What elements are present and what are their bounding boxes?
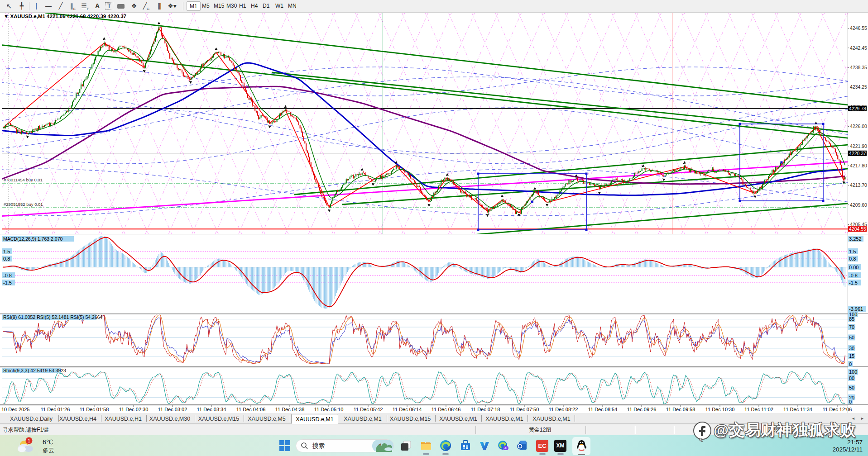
- svg-text:11 Dec 05:10: 11 Dec 05:10: [314, 407, 344, 412]
- svg-text:-1.5: -1.5: [3, 280, 12, 285]
- svg-text:1: 1: [28, 438, 30, 443]
- svg-text:0: 0: [849, 361, 852, 367]
- svg-text:11 Dec 09:26: 11 Dec 09:26: [627, 407, 657, 412]
- svg-text:11 Dec 08:54: 11 Dec 08:54: [588, 407, 618, 412]
- svg-text:0.00: 0.00: [849, 265, 858, 270]
- svg-text:4209.60: 4209.60: [850, 202, 867, 208]
- svg-text:11 Dec 04:38: 11 Dec 04:38: [275, 407, 305, 412]
- svg-text:#29051952 buy 0.01: #29051952 buy 0.01: [4, 202, 43, 207]
- svg-text:4234.25: 4234.25: [850, 84, 867, 90]
- svg-text:1.5: 1.5: [3, 249, 10, 254]
- svg-text:4217.80: 4217.80: [850, 163, 867, 168]
- svg-text:11 Dec 09:58: 11 Dec 09:58: [666, 407, 695, 412]
- svg-text:4226.00: 4226.00: [850, 124, 867, 129]
- svg-text:85: 85: [849, 316, 854, 322]
- svg-text:4246.55: 4246.55: [850, 25, 867, 31]
- svg-text:4242.45: 4242.45: [850, 45, 867, 51]
- svg-text:11 Dec 11:02: 11 Dec 11:02: [744, 407, 773, 412]
- svg-text:70: 70: [849, 324, 854, 330]
- svg-text:11 Dec 12:06: 11 Dec 12:06: [823, 407, 852, 412]
- svg-text:80: 80: [849, 375, 854, 381]
- svg-text:11 Dec 06:14: 11 Dec 06:14: [393, 407, 422, 412]
- svg-text:11 Dec 01:26: 11 Dec 01:26: [41, 407, 70, 412]
- svg-text:11 Dec 01:58: 11 Dec 01:58: [80, 407, 109, 412]
- svg-text:10 Dec 2025: 10 Dec 2025: [1, 407, 29, 412]
- svg-text:4220.37: 4220.37: [849, 151, 866, 156]
- svg-text:4229.78: 4229.78: [849, 106, 866, 111]
- svg-text:0: 0: [849, 399, 852, 404]
- svg-text:11 Dec 03:02: 11 Dec 03:02: [158, 407, 187, 412]
- svg-text:-1.5: -1.5: [849, 280, 858, 285]
- svg-text:4238.35: 4238.35: [850, 65, 867, 70]
- svg-text:11 Dec 07:18: 11 Dec 07:18: [471, 407, 500, 412]
- svg-text:11 Dec 11:34: 11 Dec 11:34: [783, 407, 812, 412]
- svg-text:11 Dec 04:06: 11 Dec 04:06: [236, 407, 266, 412]
- svg-text:30: 30: [849, 346, 854, 351]
- svg-text:50: 50: [849, 335, 854, 340]
- svg-text:-0.8: -0.8: [849, 273, 858, 278]
- svg-text:50: 50: [849, 385, 854, 390]
- svg-text:Stoch(9,3,3) 42.5419 53.3923: Stoch(9,3,3) 42.5419 53.3923: [3, 368, 66, 373]
- svg-text:11 Dec 10:30: 11 Dec 10:30: [705, 407, 735, 412]
- svg-text:4221.90: 4221.90: [850, 143, 867, 149]
- svg-text:100: 100: [849, 369, 857, 375]
- svg-text:#78011454 buy 0.01: #78011454 buy 0.01: [4, 177, 43, 182]
- svg-text:AI: AI: [504, 446, 508, 450]
- svg-text:11 Dec 06:46: 11 Dec 06:46: [432, 407, 461, 412]
- svg-text:RSI(9) 61.0052 RSI(5) 52.1481: RSI(9) 61.0052 RSI(5) 52.1481 RSI(5) 54.…: [3, 314, 103, 320]
- svg-text:0.8: 0.8: [3, 256, 10, 261]
- svg-text:1.5: 1.5: [849, 249, 856, 254]
- svg-text:11 Dec 08:22: 11 Dec 08:22: [549, 407, 578, 412]
- svg-text:3.252: 3.252: [849, 236, 862, 242]
- svg-text:11 Dec 03:34: 11 Dec 03:34: [197, 407, 226, 412]
- svg-text:MACD(12,26,9) 1.763 2.070: MACD(12,26,9) 1.763 2.070: [3, 236, 62, 242]
- svg-text:11 Dec 07:50: 11 Dec 07:50: [510, 407, 539, 412]
- svg-text:-3.961: -3.961: [849, 306, 863, 312]
- svg-text:11 Dec 02:30: 11 Dec 02:30: [119, 407, 149, 412]
- svg-text:15: 15: [849, 353, 854, 359]
- svg-text:11 Dec 05:42: 11 Dec 05:42: [354, 407, 383, 412]
- svg-text:-0.8: -0.8: [3, 273, 12, 278]
- svg-text:4204.55: 4204.55: [849, 226, 866, 232]
- svg-text:0.8: 0.8: [849, 256, 856, 261]
- svg-text:4213.70: 4213.70: [850, 182, 867, 188]
- svg-text:▼ XAUUSD.e,M1 4221.05 4221.68: ▼ XAUUSD.e,M1 4221.05 4221.68 4220.39 42…: [4, 14, 126, 19]
